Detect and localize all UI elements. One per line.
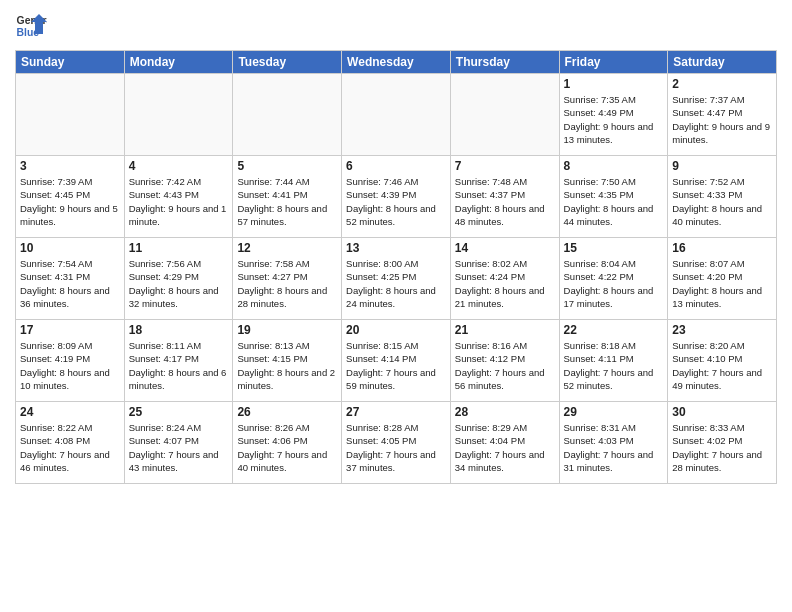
weekday-header: Friday [559, 51, 668, 74]
day-info: Sunrise: 7:56 AM Sunset: 4:29 PM Dayligh… [129, 257, 229, 310]
day-number: 18 [129, 323, 229, 337]
calendar-cell: 12Sunrise: 7:58 AM Sunset: 4:27 PM Dayli… [233, 238, 342, 320]
day-info: Sunrise: 7:48 AM Sunset: 4:37 PM Dayligh… [455, 175, 555, 228]
day-number: 29 [564, 405, 664, 419]
day-info: Sunrise: 7:52 AM Sunset: 4:33 PM Dayligh… [672, 175, 772, 228]
calendar-week-row: 3Sunrise: 7:39 AM Sunset: 4:45 PM Daylig… [16, 156, 777, 238]
day-info: Sunrise: 8:07 AM Sunset: 4:20 PM Dayligh… [672, 257, 772, 310]
page-header: General Blue [15, 10, 777, 42]
day-number: 16 [672, 241, 772, 255]
calendar-cell: 19Sunrise: 8:13 AM Sunset: 4:15 PM Dayli… [233, 320, 342, 402]
day-number: 1 [564, 77, 664, 91]
day-info: Sunrise: 8:00 AM Sunset: 4:25 PM Dayligh… [346, 257, 446, 310]
calendar-cell: 1Sunrise: 7:35 AM Sunset: 4:49 PM Daylig… [559, 74, 668, 156]
calendar-cell: 17Sunrise: 8:09 AM Sunset: 4:19 PM Dayli… [16, 320, 125, 402]
calendar-cell: 26Sunrise: 8:26 AM Sunset: 4:06 PM Dayli… [233, 402, 342, 484]
day-number: 30 [672, 405, 772, 419]
calendar-cell: 3Sunrise: 7:39 AM Sunset: 4:45 PM Daylig… [16, 156, 125, 238]
calendar-cell: 4Sunrise: 7:42 AM Sunset: 4:43 PM Daylig… [124, 156, 233, 238]
day-number: 24 [20, 405, 120, 419]
weekday-header: Monday [124, 51, 233, 74]
day-info: Sunrise: 7:58 AM Sunset: 4:27 PM Dayligh… [237, 257, 337, 310]
calendar-week-row: 1Sunrise: 7:35 AM Sunset: 4:49 PM Daylig… [16, 74, 777, 156]
day-info: Sunrise: 8:18 AM Sunset: 4:11 PM Dayligh… [564, 339, 664, 392]
weekday-header: Wednesday [342, 51, 451, 74]
day-info: Sunrise: 7:54 AM Sunset: 4:31 PM Dayligh… [20, 257, 120, 310]
day-info: Sunrise: 8:11 AM Sunset: 4:17 PM Dayligh… [129, 339, 229, 392]
day-info: Sunrise: 8:09 AM Sunset: 4:19 PM Dayligh… [20, 339, 120, 392]
day-number: 11 [129, 241, 229, 255]
day-number: 5 [237, 159, 337, 173]
calendar-cell [450, 74, 559, 156]
day-number: 3 [20, 159, 120, 173]
logo-icon: General Blue [15, 10, 47, 42]
day-number: 13 [346, 241, 446, 255]
day-info: Sunrise: 8:22 AM Sunset: 4:08 PM Dayligh… [20, 421, 120, 474]
calendar-cell [233, 74, 342, 156]
day-info: Sunrise: 7:39 AM Sunset: 4:45 PM Dayligh… [20, 175, 120, 228]
day-info: Sunrise: 8:28 AM Sunset: 4:05 PM Dayligh… [346, 421, 446, 474]
day-info: Sunrise: 8:02 AM Sunset: 4:24 PM Dayligh… [455, 257, 555, 310]
calendar-cell: 27Sunrise: 8:28 AM Sunset: 4:05 PM Dayli… [342, 402, 451, 484]
day-info: Sunrise: 8:24 AM Sunset: 4:07 PM Dayligh… [129, 421, 229, 474]
calendar-cell: 5Sunrise: 7:44 AM Sunset: 4:41 PM Daylig… [233, 156, 342, 238]
day-info: Sunrise: 8:16 AM Sunset: 4:12 PM Dayligh… [455, 339, 555, 392]
day-info: Sunrise: 8:31 AM Sunset: 4:03 PM Dayligh… [564, 421, 664, 474]
logo: General Blue [15, 10, 47, 42]
weekday-header: Tuesday [233, 51, 342, 74]
calendar-cell: 20Sunrise: 8:15 AM Sunset: 4:14 PM Dayli… [342, 320, 451, 402]
calendar-cell: 11Sunrise: 7:56 AM Sunset: 4:29 PM Dayli… [124, 238, 233, 320]
calendar-cell: 24Sunrise: 8:22 AM Sunset: 4:08 PM Dayli… [16, 402, 125, 484]
calendar-week-row: 10Sunrise: 7:54 AM Sunset: 4:31 PM Dayli… [16, 238, 777, 320]
calendar-cell: 13Sunrise: 8:00 AM Sunset: 4:25 PM Dayli… [342, 238, 451, 320]
calendar-cell: 15Sunrise: 8:04 AM Sunset: 4:22 PM Dayli… [559, 238, 668, 320]
calendar-header-row: SundayMondayTuesdayWednesdayThursdayFrid… [16, 51, 777, 74]
calendar-cell: 22Sunrise: 8:18 AM Sunset: 4:11 PM Dayli… [559, 320, 668, 402]
day-info: Sunrise: 7:35 AM Sunset: 4:49 PM Dayligh… [564, 93, 664, 146]
day-number: 14 [455, 241, 555, 255]
calendar-cell: 14Sunrise: 8:02 AM Sunset: 4:24 PM Dayli… [450, 238, 559, 320]
calendar-cell: 28Sunrise: 8:29 AM Sunset: 4:04 PM Dayli… [450, 402, 559, 484]
calendar-cell: 2Sunrise: 7:37 AM Sunset: 4:47 PM Daylig… [668, 74, 777, 156]
day-number: 22 [564, 323, 664, 337]
calendar-cell: 6Sunrise: 7:46 AM Sunset: 4:39 PM Daylig… [342, 156, 451, 238]
day-info: Sunrise: 8:04 AM Sunset: 4:22 PM Dayligh… [564, 257, 664, 310]
day-number: 19 [237, 323, 337, 337]
calendar-cell: 23Sunrise: 8:20 AM Sunset: 4:10 PM Dayli… [668, 320, 777, 402]
calendar-cell: 21Sunrise: 8:16 AM Sunset: 4:12 PM Dayli… [450, 320, 559, 402]
calendar-cell: 29Sunrise: 8:31 AM Sunset: 4:03 PM Dayli… [559, 402, 668, 484]
day-info: Sunrise: 8:29 AM Sunset: 4:04 PM Dayligh… [455, 421, 555, 474]
day-info: Sunrise: 7:37 AM Sunset: 4:47 PM Dayligh… [672, 93, 772, 146]
day-info: Sunrise: 8:26 AM Sunset: 4:06 PM Dayligh… [237, 421, 337, 474]
day-info: Sunrise: 8:13 AM Sunset: 4:15 PM Dayligh… [237, 339, 337, 392]
day-number: 17 [20, 323, 120, 337]
day-info: Sunrise: 8:15 AM Sunset: 4:14 PM Dayligh… [346, 339, 446, 392]
day-number: 12 [237, 241, 337, 255]
calendar-cell: 7Sunrise: 7:48 AM Sunset: 4:37 PM Daylig… [450, 156, 559, 238]
day-number: 26 [237, 405, 337, 419]
day-info: Sunrise: 7:46 AM Sunset: 4:39 PM Dayligh… [346, 175, 446, 228]
day-number: 20 [346, 323, 446, 337]
calendar-cell: 8Sunrise: 7:50 AM Sunset: 4:35 PM Daylig… [559, 156, 668, 238]
day-number: 2 [672, 77, 772, 91]
day-info: Sunrise: 8:20 AM Sunset: 4:10 PM Dayligh… [672, 339, 772, 392]
calendar-week-row: 24Sunrise: 8:22 AM Sunset: 4:08 PM Dayli… [16, 402, 777, 484]
day-number: 25 [129, 405, 229, 419]
calendar-cell: 30Sunrise: 8:33 AM Sunset: 4:02 PM Dayli… [668, 402, 777, 484]
calendar-cell: 9Sunrise: 7:52 AM Sunset: 4:33 PM Daylig… [668, 156, 777, 238]
day-number: 9 [672, 159, 772, 173]
calendar-cell: 10Sunrise: 7:54 AM Sunset: 4:31 PM Dayli… [16, 238, 125, 320]
calendar-cell [124, 74, 233, 156]
day-number: 28 [455, 405, 555, 419]
day-number: 23 [672, 323, 772, 337]
calendar-cell [16, 74, 125, 156]
calendar-cell: 16Sunrise: 8:07 AM Sunset: 4:20 PM Dayli… [668, 238, 777, 320]
weekday-header: Thursday [450, 51, 559, 74]
day-number: 21 [455, 323, 555, 337]
day-number: 8 [564, 159, 664, 173]
day-number: 4 [129, 159, 229, 173]
weekday-header: Sunday [16, 51, 125, 74]
day-number: 6 [346, 159, 446, 173]
calendar-table: SundayMondayTuesdayWednesdayThursdayFrid… [15, 50, 777, 484]
calendar-cell [342, 74, 451, 156]
